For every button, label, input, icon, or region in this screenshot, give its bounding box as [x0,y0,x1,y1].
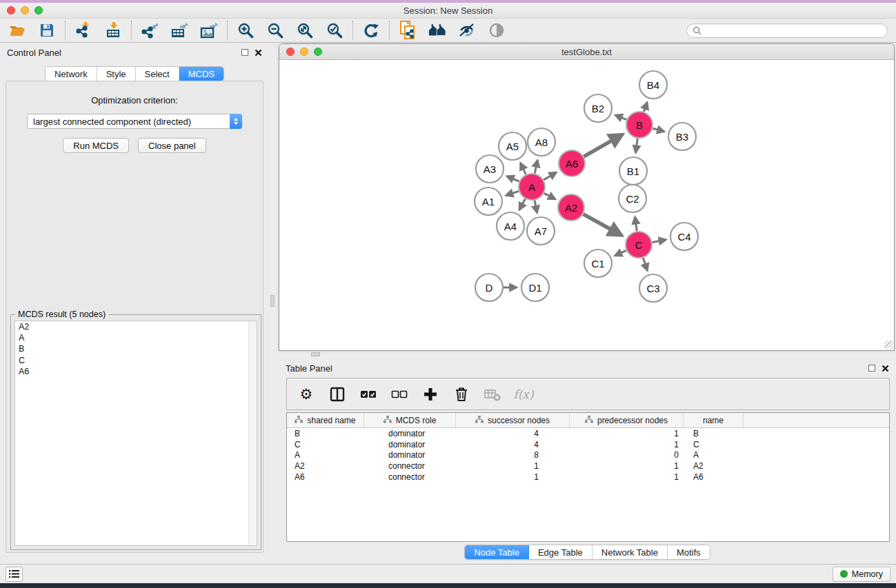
graph-edge-A-A3[interactable] [507,176,519,182]
tab-node-table[interactable]: Node Table [465,545,529,559]
add-row-icon[interactable] [422,386,439,403]
graph-edge-A-A2[interactable] [544,193,555,199]
column-header-successor-nodes[interactable]: successor nodes [456,413,570,427]
graph-edge-B-B3[interactable] [653,128,664,132]
mcds-list-scrollbar[interactable] [248,321,257,545]
graph-edge-C-C4[interactable] [653,240,666,243]
window-resize-grip[interactable] [884,341,893,349]
hide-graphics-details-icon[interactable] [488,21,506,39]
zoom-out-icon[interactable] [266,21,284,39]
run-mcds-button[interactable]: Run MCDS [63,138,129,153]
network-from-file-icon[interactable] [399,21,417,39]
vertical-split-handle[interactable] [270,295,275,307]
graph-node-A5[interactable]: A5 [499,132,526,160]
mcds-result-item[interactable]: B [15,343,257,354]
graph-edge-B-B1[interactable] [636,139,638,152]
graph-edge-A-A7[interactable] [535,201,537,213]
graph-node-C2[interactable]: C2 [619,185,646,212]
home-icon[interactable] [428,21,446,39]
mcds-result-list[interactable]: A2ABCA6 [14,321,257,546]
tab-style[interactable]: Style [97,67,136,81]
graph-node-D[interactable]: D [475,274,503,301]
float-table-panel-icon[interactable] [868,365,875,372]
graph-edge-B-B4[interactable] [644,103,648,112]
graph-node-B2[interactable]: B2 [584,94,612,122]
horizontal-split-handle[interactable] [311,352,320,356]
refresh-icon[interactable] [362,21,380,39]
close-table-panel-icon[interactable] [882,365,889,372]
zoom-in-icon[interactable] [237,21,255,39]
graph-node-A6[interactable]: A6 [559,150,585,176]
criterion-select[interactable]: largest connected component (directed) [27,114,242,129]
close-panel-icon[interactable] [255,49,262,57]
column-header-predecessor-nodes[interactable]: predecessor nodes [570,413,684,427]
zoom-selected-icon[interactable] [326,21,344,39]
task-history-button[interactable] [6,567,23,582]
table-row[interactable]: Adominator80A [287,450,889,461]
column-header-mcds-role[interactable]: MCDS role [364,413,456,427]
graph-edge-A-A8[interactable] [535,160,537,173]
mcds-result-item[interactable]: A [15,332,257,343]
graph-node-B4[interactable]: B4 [639,71,667,99]
graph-node-B[interactable]: B [626,112,653,138]
float-panel-icon[interactable] [241,49,248,56]
column-header-shared-name[interactable]: shared name [287,413,364,427]
graph-edge-A-A6[interactable] [544,172,556,180]
delete-rows-icon[interactable] [453,386,470,403]
graph-node-C4[interactable]: C4 [670,223,698,250]
table-row[interactable]: Bdominator41B [287,428,889,439]
graph-node-A7[interactable]: A7 [527,217,555,245]
table-row[interactable]: A2connector11A2 [287,460,889,472]
delete-table-icon[interactable] [484,386,501,403]
graph-node-C3[interactable]: C3 [639,274,667,302]
search-field[interactable] [686,23,888,38]
graph-node-B1[interactable]: B1 [619,157,647,185]
tab-edge-table[interactable]: Edge Table [529,545,593,559]
graph-node-A4[interactable]: A4 [497,212,524,240]
export-image-icon[interactable] [200,21,218,39]
import-table-icon[interactable] [104,21,122,39]
network-canvas[interactable]: AA1A2A3A4A5A6A7A8BB1B2B3B4CC1C2C3C4DD1 [279,60,894,350]
close-panel-button[interactable]: Close panel [138,138,206,153]
table-row[interactable]: Cdominator41C [287,439,889,450]
tab-motifs[interactable]: Motifs [668,545,710,559]
graph-node-A2[interactable]: A2 [558,194,584,221]
save-session-icon[interactable] [38,21,56,39]
graph-node-C[interactable]: C [626,232,652,258]
graph-edge-A-A4[interactable] [519,199,526,210]
deselect-all-icon[interactable] [391,386,408,403]
network-window-titlebar[interactable]: testGlobe.txt [279,44,894,60]
tab-network-table[interactable]: Network Table [593,545,668,559]
function-builder-icon[interactable]: f(x) [515,386,532,403]
export-table-icon[interactable] [170,21,188,39]
show-columns-icon[interactable] [329,386,346,403]
table-settings-icon[interactable]: ⚙ [298,386,315,403]
tab-select[interactable]: Select [136,67,179,81]
graph-edge-B-B2[interactable] [615,115,626,120]
search-input[interactable] [705,26,882,36]
graph-node-D1[interactable]: D1 [521,274,549,301]
memory-button[interactable]: Memory [833,567,890,582]
graph-node-A[interactable]: A [519,174,545,200]
graph-edge-A-A5[interactable] [521,163,526,174]
open-session-icon[interactable] [8,21,26,39]
graph-edge-A-A1[interactable] [506,191,519,195]
select-all-icon[interactable] [360,386,377,403]
graph-node-C1[interactable]: C1 [584,250,612,277]
graph-node-A8[interactable]: A8 [528,128,555,156]
graph-edge-C-C2[interactable] [635,217,637,231]
tab-network[interactable]: Network [46,67,97,81]
graph-edge-A2-C[interactable] [584,214,622,236]
graph-edge-A6-B[interactable] [584,134,622,156]
import-network-icon[interactable] [74,21,92,39]
zoom-fit-icon[interactable] [296,21,314,39]
tab-mcds[interactable]: MCDS [179,67,223,81]
export-network-icon[interactable] [141,21,159,39]
graph-edge-C-C3[interactable] [643,258,647,270]
mcds-result-item[interactable]: A6 [15,366,257,377]
mcds-result-item[interactable]: C [15,355,257,366]
mcds-result-item[interactable]: A2 [15,321,257,332]
graph-node-A1[interactable]: A1 [475,187,502,215]
show-graphics-details-icon[interactable] [458,21,476,39]
graph-edge-C-C1[interactable] [615,250,626,255]
